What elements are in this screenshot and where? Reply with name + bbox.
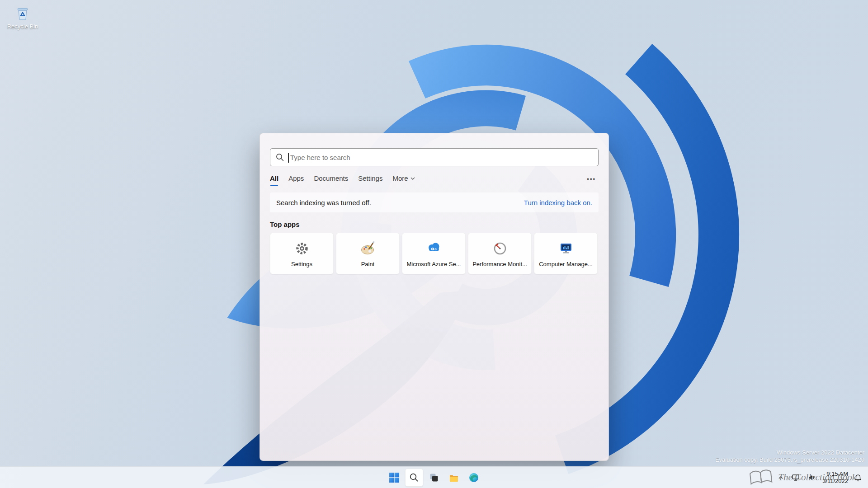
- app-tile-azure-services[interactable]: Microsoft Azure Se...: [402, 233, 466, 274]
- speaker-icon: [808, 474, 816, 481]
- taskbar-clock[interactable]: 9:15 AM 3/11/2022: [822, 470, 848, 485]
- evaluation-watermark-line2: Evaluation copy. Build 25075.rs_prerelea…: [715, 456, 864, 464]
- app-tile-paint[interactable]: Paint: [336, 233, 400, 274]
- network-tray-button[interactable]: [790, 472, 802, 483]
- bell-icon: [854, 474, 862, 482]
- app-tile-computer-management[interactable]: Computer Manage...: [534, 233, 598, 274]
- tab-apps[interactable]: Apps: [288, 174, 304, 186]
- app-tile-label: Paint: [361, 261, 375, 267]
- app-tile-label: Microsoft Azure Se...: [407, 261, 461, 267]
- top-apps-grid: Settings Paint: [270, 233, 599, 274]
- settings-gear-icon: [293, 240, 311, 257]
- indexing-banner: Search indexing was turned off. Turn ind…: [270, 192, 599, 212]
- tab-settings[interactable]: Settings: [358, 174, 382, 186]
- taskbar: 9:15 AM 3/11/2022: [0, 466, 868, 488]
- tab-documents[interactable]: Documents: [314, 174, 348, 186]
- chevron-up-icon: [778, 475, 783, 480]
- search-icon: [409, 473, 419, 483]
- tab-all-label: All: [270, 174, 278, 182]
- edge-icon: [468, 472, 479, 483]
- indexing-banner-message: Search indexing was turned off.: [276, 199, 371, 206]
- recycle-bin-icon: [14, 5, 31, 22]
- more-options-button[interactable]: •••: [584, 174, 599, 184]
- taskbar-center-buttons: [385, 467, 483, 488]
- tab-more-label: More: [392, 174, 408, 182]
- task-view-button[interactable]: [425, 469, 443, 487]
- tab-documents-label: Documents: [314, 174, 348, 182]
- app-tile-label: Computer Manage...: [539, 261, 593, 267]
- recycle-bin-label: Recycle Bin: [4, 23, 42, 30]
- paint-palette-icon: [359, 240, 377, 257]
- file-explorer-icon: [448, 472, 459, 483]
- network-icon: [792, 474, 800, 481]
- tab-all[interactable]: All: [270, 174, 278, 186]
- search-flyout-panel: All Apps Documents Settings More ••• Sea…: [259, 133, 609, 461]
- azure-cloud-icon: [425, 240, 443, 257]
- chevron-down-icon: [410, 177, 415, 180]
- tab-settings-label: Settings: [358, 174, 382, 182]
- show-hidden-icons-button[interactable]: [776, 474, 785, 482]
- performance-monitor-icon: [491, 240, 509, 257]
- evaluation-watermark: Windows Server 2022 Datacenter Evaluatio…: [715, 449, 864, 464]
- windows-logo-icon: [389, 472, 400, 483]
- app-tile-settings[interactable]: Settings: [270, 233, 334, 274]
- clock-date: 3/11/2022: [822, 478, 848, 485]
- search-filter-tabs: All Apps Documents Settings More •••: [270, 174, 599, 186]
- text-caret: [288, 153, 289, 163]
- top-apps-heading: Top apps: [270, 221, 599, 228]
- system-tray: 9:15 AM 3/11/2022: [776, 467, 863, 488]
- taskbar-search-button[interactable]: [405, 469, 423, 487]
- tab-apps-label: Apps: [288, 174, 304, 182]
- notification-center-button[interactable]: [853, 472, 863, 483]
- clock-time: 9:15 AM: [822, 470, 848, 478]
- turn-indexing-on-link[interactable]: Turn indexing back on.: [524, 199, 592, 206]
- volume-tray-button[interactable]: [806, 472, 818, 483]
- search-icon: [276, 153, 284, 161]
- app-tile-performance-monitor[interactable]: Performance Monit...: [468, 233, 532, 274]
- search-input[interactable]: [288, 149, 598, 166]
- app-tile-label: Settings: [291, 261, 312, 267]
- edge-browser-button[interactable]: [465, 469, 483, 487]
- search-box: [270, 148, 599, 166]
- task-view-icon: [429, 473, 439, 483]
- app-tile-label: Performance Monit...: [472, 261, 527, 267]
- recycle-bin-shortcut[interactable]: Recycle Bin: [4, 5, 42, 30]
- start-button[interactable]: [385, 469, 403, 487]
- file-explorer-button[interactable]: [445, 469, 463, 487]
- evaluation-watermark-line1: Windows Server 2022 Datacenter: [715, 449, 864, 456]
- computer-management-icon: [557, 240, 575, 257]
- tab-more[interactable]: More: [392, 174, 415, 186]
